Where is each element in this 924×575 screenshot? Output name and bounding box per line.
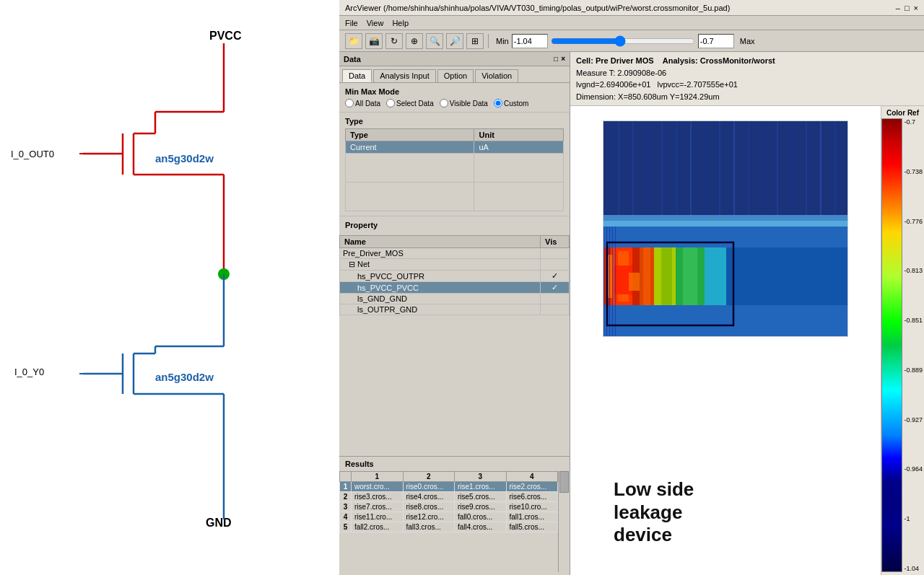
svg-rect-30 [632,121,634,219]
tab-option[interactable]: Option [437,69,474,82]
property-scroll[interactable]: Name Vis Pre_Driver_MOS ⊟ Net [339,235,570,456]
svg-rect-62 [603,227,604,337]
prop-row-hs-pvcc-outpr[interactable]: hs_PVCC_OUTPR ✓ [340,271,570,282]
svg-rect-43 [820,121,821,219]
panel-close-icon[interactable]: × [561,55,565,63]
zoom-out-button[interactable]: 🔎 [446,33,463,49]
results-table-container: 1 2 3 4 1 worst.cro... rise0.cros... [339,471,570,572]
svg-rect-34 [690,121,692,219]
result-row-3[interactable]: 3 rise7.cros... rise8.cros... rise9.cros… [340,502,558,512]
option-custom[interactable]: Custom [494,99,528,107]
zoom-fit-button[interactable]: ⊕ [406,33,423,49]
heatmap-svg: // This won't execute in SVG, do it outs… [603,120,848,337]
svg-rect-38 [748,121,749,219]
unit-col-header: Unit [474,129,564,141]
prop-name-header: Name [340,236,541,248]
property-title: Property [345,221,564,229]
svg-rect-44 [834,121,836,219]
svg-rect-31 [647,121,648,219]
option-select-data[interactable]: Select Data [386,99,434,107]
open-button[interactable]: 📁 [345,33,362,49]
property-table: Name Vis Pre_Driver_MOS ⊟ Net [339,235,570,315]
type-table: Type Unit Current uA [345,128,564,211]
svg-rect-37 [733,121,735,219]
property-section: Property Name Vis Pre_Driver_MOS [339,216,570,456]
tab-violation[interactable]: Violation [475,69,518,82]
svg-rect-35 [705,121,706,219]
type-row-current[interactable]: Current uA [346,141,564,154]
zoom-in-button[interactable]: 🔍 [426,33,443,49]
prop-row-ls-gnd-gnd[interactable]: ls_GND_GND [340,294,570,304]
color-gradient [881,118,902,572]
toolbar: 📁 📸 ↻ ⊕ 🔍 🔎 ⊞ Min Max [339,30,924,52]
svg-rect-29 [618,121,619,219]
data-panel-title: Data [344,55,361,63]
lvpvcc-info: lvpvcc=-2.707555e+01 [658,80,738,89]
min-max-mode-section: Min Max Mode All Data Select Data Visibl… [339,83,570,113]
analysis-info: Analysis: CrossMonitor/worst [663,56,775,65]
svg-rect-61 [629,273,640,291]
max-label: Max [740,37,755,45]
svg-rect-33 [676,121,677,219]
grid-button[interactable]: ⊞ [466,33,484,49]
min-input[interactable] [512,34,548,48]
svg-rect-40 [777,121,778,219]
prop-vis-header: Vis [541,236,570,248]
results-scrollbar[interactable] [558,471,570,572]
tab-analysis-input[interactable]: Analysis Input [373,69,435,82]
option-visible-data[interactable]: Visible Data [440,99,488,107]
tab-data[interactable]: Data [342,69,372,82]
range-slider[interactable] [551,35,695,47]
gnd-label: GND [206,517,232,529]
svg-rect-41 [791,121,793,219]
menu-file[interactable]: File [345,19,358,27]
prop-row-ls-outpr-gnd[interactable]: ls_OUTPR_GND [340,304,570,315]
svg-rect-39 [762,121,764,219]
data-panel: Data □ × Data Analysis Input Option Viol… [339,52,570,575]
cell-info: Cell: Pre Driver MOS [576,56,654,65]
svg-rect-36 [719,121,720,219]
refresh-button[interactable]: ↻ [385,33,403,49]
svg-rect-58 [705,247,726,305]
close-button[interactable]: × [914,4,918,12]
min-max-title: Min Max Mode [345,87,564,96]
tab-bar: Data Analysis Input Option Violation [339,66,570,83]
result-row-4[interactable]: 4 rise11.cro... rise12.cro... fall0.cros… [340,512,558,522]
results-section: Results 1 2 3 4 [339,456,570,575]
scrollbar-thumb[interactable] [559,471,569,493]
max-input[interactable] [698,34,734,48]
option-all-data[interactable]: All Data [345,99,380,107]
min-label: Min [496,37,509,45]
info-viz-panel: Cell: Pre Driver MOS Analysis: CrossMoni… [570,52,924,575]
maximize-button[interactable]: □ [905,4,910,12]
window-title: ArcViewer (/home/shinhua/shinhua/polas/V… [345,4,730,12]
prop-row-pre-driver[interactable]: Pre_Driver_MOS [340,248,570,259]
svg-rect-46 [603,221,848,227]
screenshot-button[interactable]: 📸 [365,33,383,49]
min-max-options: All Data Select Data Visible Data Custom [345,99,564,107]
menu-bar: File View Help [339,16,924,30]
svg-rect-55 [661,247,672,305]
schematic-panel: PVCC GND an5g30d2w an5g30d2w I_0_OUT0 I_… [0,0,339,575]
type-title: Type [345,117,564,126]
prop-row-hs-pvcc-pvcc[interactable]: hs_PVCC_PVCC ✓ [340,282,570,294]
type-col-header: Type [346,129,474,141]
menu-help[interactable]: Help [392,19,409,27]
panel-restore-icon[interactable]: □ [554,55,558,63]
svg-rect-28 [603,121,848,219]
type-section: Type Type Unit Current uA [339,113,570,216]
info-bar: Cell: Pre Driver MOS Analysis: CrossMoni… [570,52,924,106]
minimize-button[interactable]: – [896,4,900,12]
svg-rect-57 [683,247,697,305]
dimension-info: Dimension: X=850.608um Y=1924.29um [576,92,720,101]
result-row-2[interactable]: 2 rise3.cros... rise4.cros... rise5.cros… [340,492,558,502]
color-labels: -0.7 -0.738 -0.776 -0.813 -0.851 -0.889 … [902,118,924,572]
menu-view[interactable]: View [367,19,384,27]
top-component-label: an5g30d2w [155,152,214,164]
result-row-1[interactable]: 1 worst.cro... rise0.cros... rise1.cros.… [340,482,558,492]
prop-row-net[interactable]: ⊟ Net [340,259,570,271]
annotation-text: Low side leakage device [614,478,694,546]
title-bar: ArcViewer (/home/shinhua/shinhua/polas/V… [339,0,924,16]
data-panel-header: Data □ × [339,52,570,66]
result-row-5[interactable]: 5 fall2.cros... fall3.cros... fall4.cros… [340,522,558,532]
